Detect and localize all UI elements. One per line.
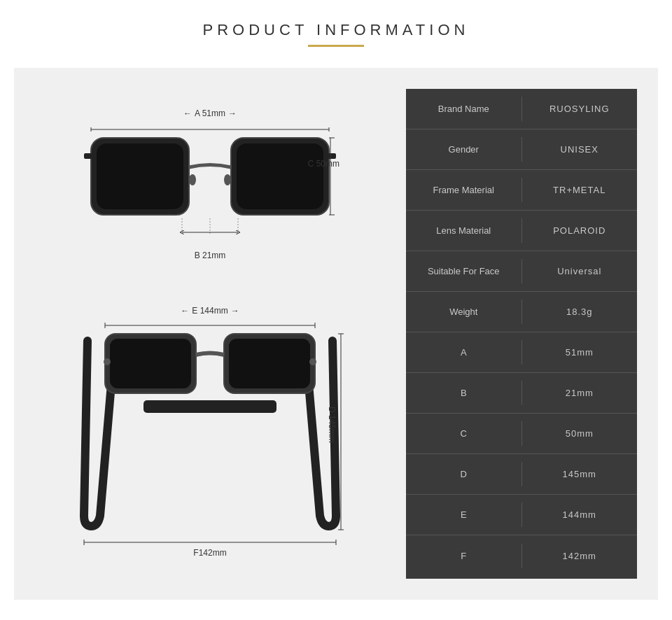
spec-value: 21mm [522, 381, 638, 405]
svg-rect-5 [328, 153, 336, 159]
spec-value: 144mm [522, 502, 638, 527]
spec-row: D145mm [406, 454, 637, 495]
dim-e-annotation: ← E 144mm → [181, 306, 239, 316]
svg-rect-22 [144, 400, 276, 413]
spec-row: B21mm [406, 373, 637, 414]
spec-row: E144mm [406, 495, 637, 535]
dim-f-label: F142mm [193, 548, 226, 558]
spec-row: C50mm [406, 414, 637, 454]
spec-value: 145mm [522, 462, 638, 486]
dim-c-label: C 50mm [308, 159, 340, 169]
spec-value: 18.3g [522, 300, 638, 324]
svg-rect-3 [237, 143, 323, 209]
spec-value: TR+METAL [522, 178, 638, 202]
svg-point-6 [189, 174, 196, 185]
spec-value: RUOSYLING [522, 97, 638, 121]
spec-label: Brand Name [406, 97, 522, 121]
spec-label: C [406, 421, 522, 446]
page-header: PRODUCT INFORMATION [0, 0, 672, 54]
spec-row: Lens MaterialPOLAROID [406, 211, 637, 251]
spec-label: D [406, 462, 522, 486]
svg-rect-20 [110, 339, 191, 388]
spec-row: Weight18.3g [406, 292, 637, 332]
arrow-left: ← [183, 108, 192, 118]
svg-point-23 [104, 358, 111, 365]
glasses-back-svg [74, 320, 346, 558]
dim-a-annotation: ← A 51mm → [183, 108, 237, 118]
svg-rect-1 [97, 143, 183, 209]
svg-point-24 [309, 358, 316, 365]
spec-label: Suitable For Face [406, 259, 522, 283]
spec-row: A51mm [406, 332, 637, 373]
spec-label: Frame Material [406, 178, 522, 202]
glasses-front-svg [84, 124, 336, 250]
spec-label: Gender [406, 137, 522, 162]
spec-value: 142mm [522, 544, 638, 568]
main-content: ← A 51mm → [14, 68, 658, 600]
arrow-right: → [228, 108, 237, 118]
dim-d-label: D 145mm [327, 407, 337, 443]
spec-label: Lens Material [406, 218, 522, 243]
spec-value: POLAROID [522, 218, 638, 243]
diagram-section: ← A 51mm → [35, 89, 385, 579]
dim-b-label: B 21mm [195, 251, 226, 260]
specs-table: Brand NameRUOSYLINGGenderUNISEXFrame Mat… [406, 89, 637, 579]
spec-value: 50mm [522, 421, 638, 446]
spec-row: GenderUNISEX [406, 129, 637, 170]
dim-a-label: A 51mm [195, 108, 225, 118]
svg-rect-4 [84, 153, 92, 159]
spec-row: F142mm [406, 535, 637, 576]
spec-value: Universal [522, 259, 638, 283]
spec-label: A [406, 340, 522, 365]
title-underline [308, 45, 364, 47]
front-view-diagram: ← A 51mm → [77, 103, 343, 264]
spec-value: UNISEX [522, 137, 638, 162]
spec-label: B [406, 381, 522, 405]
page-title: PRODUCT INFORMATION [0, 21, 672, 39]
arrow-left-e: ← [181, 306, 189, 316]
spec-label: Weight [406, 300, 522, 324]
spec-row: Frame MaterialTR+METAL [406, 170, 637, 211]
spec-label: F [406, 544, 522, 568]
spec-row: Brand NameRUOSYLING [406, 89, 637, 129]
arrow-right-e: → [231, 306, 239, 316]
spec-value: 51mm [522, 340, 638, 365]
spec-row: Suitable For FaceUniversal [406, 251, 637, 292]
spec-label: E [406, 502, 522, 527]
svg-point-7 [224, 174, 231, 185]
dim-e-label: E 144mm [192, 306, 227, 316]
back-view-diagram: ← E 144mm → [70, 292, 350, 558]
svg-rect-21 [229, 339, 310, 388]
